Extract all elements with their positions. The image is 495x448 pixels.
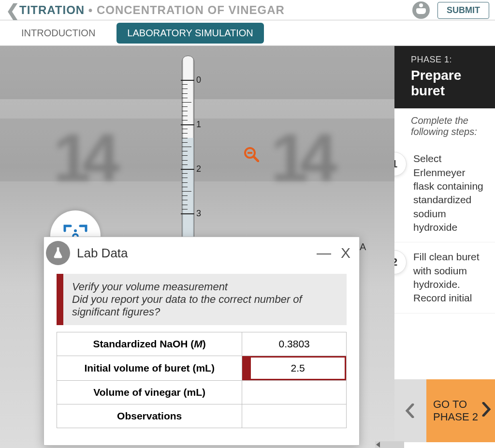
buret-tick-label: 3 [196,209,201,219]
zoom-out-icon[interactable] [244,147,259,162]
vinegar-volume-label: Volume of vinegar (mL) [57,381,242,404]
title-sep: • [85,3,97,16]
observations-value[interactable] [242,404,347,428]
instructions-sidebar: PHASE 1: Prepare buret Complete the foll… [394,46,495,448]
initial-volume-label: Initial volume of buret (mL) [57,356,242,381]
prev-phase-button[interactable] [394,379,426,442]
lab-data-table: Standardized NaOH (M) 0.3803 Initial vol… [57,332,347,428]
step-item[interactable]: 2 Fill clean buret with sodium hydroxide… [394,242,495,313]
step-text: Select Erlenmeyer flask containing stand… [413,152,490,234]
flask-icon [46,241,70,265]
table-row: Standardized NaOH (M) 0.3803 [57,332,347,356]
naoh-label: Standardized NaOH (M) [57,332,242,356]
instruction-text: Complete the following steps: [394,108,495,144]
tab-row: INTRODUCTION LABORATORY SIMULATION [0,20,495,46]
tab-laboratory-simulation[interactable]: LABORATORY SIMULATION [116,23,263,44]
lab-data-header[interactable]: Lab Data — X [44,237,359,269]
observations-label: Observations [57,404,242,428]
buret[interactable]: 0123 [176,56,200,259]
top-bar: ❮ TITRATION • CONCENTRATION OF VINEGAR S… [0,0,495,20]
close-button[interactable]: X [341,245,350,261]
phase-title: Prepare buret [411,68,486,99]
background-letter: A [360,241,366,253]
table-row: Initial volume of buret (mL) 2.5 [57,356,347,381]
tab-introduction[interactable]: INTRODUCTION [15,24,102,43]
step-text: Fill clean buret with sodium hydroxide. … [413,250,490,305]
naoh-value[interactable]: 0.3803 [242,332,347,356]
buret-tick-label: 2 [196,164,201,174]
phase-label: PHASE 1: [411,55,486,65]
title-sub: CONCENTRATION OF VINEGAR [97,3,285,16]
svg-point-4 [74,229,77,232]
back-button[interactable]: ❮ [6,3,15,17]
table-row: Observations [57,404,347,428]
horizontal-scroll-hint[interactable] [375,441,404,448]
table-row: Volume of vinegar (mL) [57,381,347,404]
chevron-left-icon [405,403,416,418]
step-number: 2 [394,250,407,274]
phase-nav: GO TO PHASE 2 [394,379,495,442]
chevron-right-icon [480,402,491,420]
svg-line-2 [254,157,258,161]
verify-message: Verify your volume measurement Did you r… [57,274,347,325]
lab-data-body[interactable]: Verify your volume measurement Did you r… [44,269,359,445]
initial-volume-value[interactable]: 2.5 [242,356,347,381]
verify-line1: Verify your volume measurement [72,281,338,293]
step-item[interactable]: 1 Select Erlenmeyer flask containing sta… [394,144,495,242]
vinegar-volume-value[interactable] [242,381,347,404]
next-phase-label: GO TO PHASE 2 [433,398,488,423]
content-area: 1 4 1 4 0123 A Lab [0,46,495,448]
simulation-canvas[interactable]: 1 4 1 4 0123 A Lab [0,46,394,448]
step-number: 1 [394,152,407,176]
lab-data-title: Lab Data [77,246,128,261]
buret-tick-label: 0 [196,75,201,85]
next-phase-button[interactable]: GO TO PHASE 2 [426,379,495,442]
title-main: TITRATION [19,3,85,16]
buret-tick-label: 1 [196,119,201,130]
submit-button[interactable]: SUBMIT [437,2,489,19]
minimize-button[interactable]: — [317,245,331,261]
accessibility-icon[interactable] [412,1,430,19]
verify-line2: Did you report your data to the correct … [72,293,338,318]
phase-header: PHASE 1: Prepare buret [394,46,495,108]
lab-data-panel: Lab Data — X Verify your volume measurem… [44,237,360,446]
page-title: TITRATION • CONCENTRATION OF VINEGAR [19,3,285,17]
